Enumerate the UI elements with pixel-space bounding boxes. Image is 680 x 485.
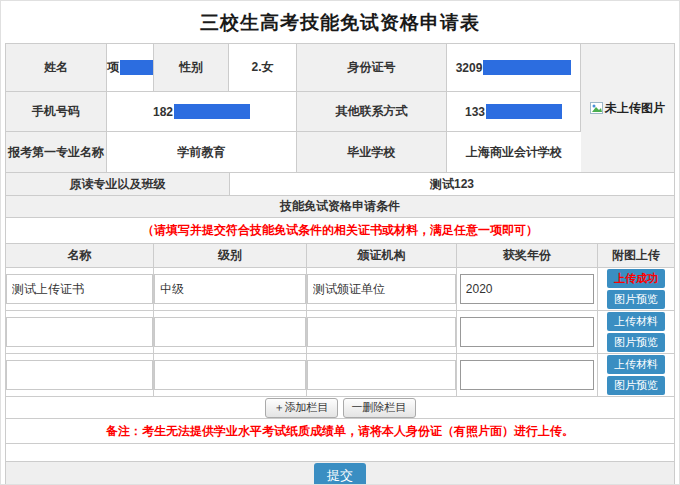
original-major-value: 测试123 (230, 173, 674, 195)
form-table: 姓名 项 性别 2.女 身份证号 3209 未上传图片 手机号码 182 (5, 43, 675, 485)
school-value: 上海商业会计学校 (447, 132, 581, 172)
contact-value: 133 (447, 92, 581, 132)
id-number-prefix: 3209 (456, 61, 483, 75)
note-text: 备注：考生无法提供学业水平考试纸质成绩单，请将本人身份证（有照片面）进行上传。 (6, 419, 674, 444)
page-title: 三校生高考技能免试资格申请表 (1, 1, 679, 43)
cert-header-agency: 颁证机构 (307, 244, 457, 267)
contact-redaction-bar (486, 104, 562, 119)
school-label: 毕业学校 (297, 132, 447, 172)
row-actions: ＋添加栏目 一删除栏目 (6, 397, 674, 419)
broken-image-icon (590, 102, 603, 114)
contact-label: 其他联系方式 (297, 92, 447, 132)
cert-agency-input-1[interactable] (307, 274, 456, 304)
original-major-label: 原读专业以及班级 (6, 173, 230, 195)
phone-prefix: 182 (153, 105, 173, 119)
id-number-value: 3209 (447, 44, 581, 92)
cert-header-name: 名称 (6, 244, 154, 267)
photo-placeholder-cell: 未上传图片 (581, 44, 674, 172)
upload-material-button-3[interactable]: 上传材料 (607, 355, 665, 374)
cert-table-header: 名称 级别 颁证机构 获奖年份 附图上传 (6, 244, 674, 268)
photo-placeholder-text: 未上传图片 (605, 100, 665, 117)
phone-label: 手机号码 (6, 92, 107, 132)
id-redaction-bar (483, 60, 571, 75)
identity-section: 姓名 项 性别 2.女 身份证号 3209 未上传图片 手机号码 182 (6, 44, 674, 173)
gender-value: 2.女 (229, 44, 297, 92)
phone-value: 182 (107, 92, 297, 132)
image-preview-button-3[interactable]: 图片预览 (607, 376, 665, 395)
section-header: 技能免试资格申请条件 (6, 196, 674, 218)
cert-year-input-2[interactable] (460, 317, 594, 347)
remove-item-button[interactable]: 一删除栏目 (343, 398, 416, 418)
cert-year-input-1[interactable] (460, 274, 594, 304)
cert-level-input-2[interactable] (154, 317, 306, 347)
major-label: 报考第一专业名称 (6, 132, 107, 172)
gender-label: 性别 (154, 44, 229, 92)
name-label: 姓名 (6, 44, 107, 92)
submit-button[interactable]: 提交 (314, 463, 366, 485)
cert-agency-input-2[interactable] (307, 317, 456, 347)
cert-header-year: 获奖年份 (457, 244, 598, 267)
cert-name-input-2[interactable] (6, 317, 153, 347)
cert-year-input-3[interactable] (460, 360, 594, 390)
cert-row-1: 上传成功 图片预览 (6, 268, 674, 311)
major-value: 学前教育 (107, 132, 297, 172)
upload-success-button-1[interactable]: 上传成功 (607, 269, 665, 288)
cert-header-level: 级别 (154, 244, 307, 267)
cert-header-upload: 附图上传 (598, 244, 674, 267)
name-redaction-bar (120, 60, 153, 75)
cert-agency-input-3[interactable] (307, 360, 456, 390)
upload-material-button-2[interactable]: 上传材料 (607, 312, 665, 331)
application-form-page: 三校生高考技能免试资格申请表 姓名 项 性别 2.女 身份证号 3209 未上传… (0, 0, 680, 485)
cert-name-input-1[interactable] (6, 274, 153, 304)
instruction-text: （请填写并提交符合技能免试条件的相关证书或材料，满足任意一项即可） (6, 218, 674, 244)
cert-row-3: 上传材料 图片预览 (6, 354, 674, 397)
image-preview-button-1[interactable]: 图片预览 (607, 290, 665, 309)
cert-name-input-3[interactable] (6, 360, 153, 390)
id-number-label: 身份证号 (297, 44, 447, 92)
cert-level-input-1[interactable] (154, 274, 306, 304)
cert-row-2: 上传材料 图片预览 (6, 311, 674, 354)
original-major-row: 原读专业以及班级 测试123 (6, 173, 674, 196)
contact-prefix: 133 (465, 105, 485, 119)
name-prefix: 项 (107, 59, 119, 76)
empty-row (6, 444, 674, 462)
image-preview-button-2[interactable]: 图片预览 (607, 333, 665, 352)
phone-redaction-bar (174, 104, 250, 119)
cert-level-input-3[interactable] (154, 360, 306, 390)
name-value: 项 (107, 44, 154, 92)
submit-row: 提交 (6, 462, 674, 485)
add-item-button[interactable]: ＋添加栏目 (265, 398, 338, 418)
